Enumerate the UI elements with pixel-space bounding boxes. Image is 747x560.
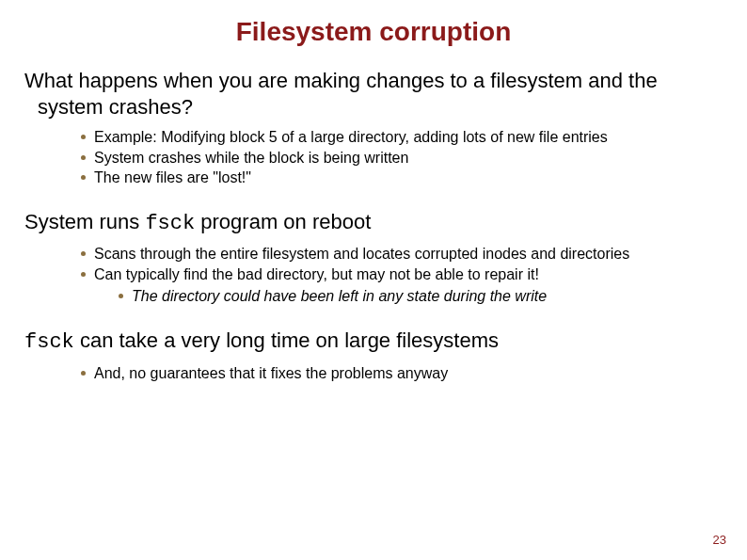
list-item-text: Can typically find the bad directory, bu… — [94, 266, 539, 282]
section-heading-1: What happens when you are making changes… — [19, 68, 728, 120]
section-2-text-a: System runs — [24, 210, 145, 233]
page-number: 23 — [713, 533, 726, 547]
section-3-text-a: can take a very long time on large files… — [74, 328, 499, 352]
bullet-list-1: Example: Modifying block 5 of a large di… — [19, 127, 728, 188]
code-fsck-1: fsck — [145, 212, 195, 235]
list-item: Can typically find the bad directory, bu… — [81, 264, 728, 307]
code-fsck-2: fsck — [24, 330, 74, 354]
slide-title: Filesystem corruption — [19, 17, 728, 47]
section-1-line-b: system crashes? — [24, 94, 728, 120]
nested-list: The directory could have been left in an… — [94, 286, 728, 307]
list-item: The new files are "lost!" — [81, 168, 728, 188]
list-item: System crashes while the block is being … — [81, 148, 728, 168]
bullet-list-3: And, no guarantees that it fixes the pro… — [19, 363, 728, 384]
section-1-line-a: What happens when you are making changes… — [24, 69, 658, 92]
section-heading-2: System runs fsck program on reboot — [19, 209, 728, 237]
list-item: Example: Modifying block 5 of a large di… — [81, 127, 728, 148]
bullet-list-2: Scans through the entire filesystem and … — [19, 244, 728, 307]
section-heading-3: fsck can take a very long time on large … — [19, 328, 728, 356]
list-item: The directory could have been left in an… — [119, 286, 728, 307]
list-item: And, no guarantees that it fixes the pro… — [81, 363, 728, 384]
section-2-text-b: program on reboot — [195, 210, 371, 233]
list-item: Scans through the entire filesystem and … — [81, 244, 728, 264]
